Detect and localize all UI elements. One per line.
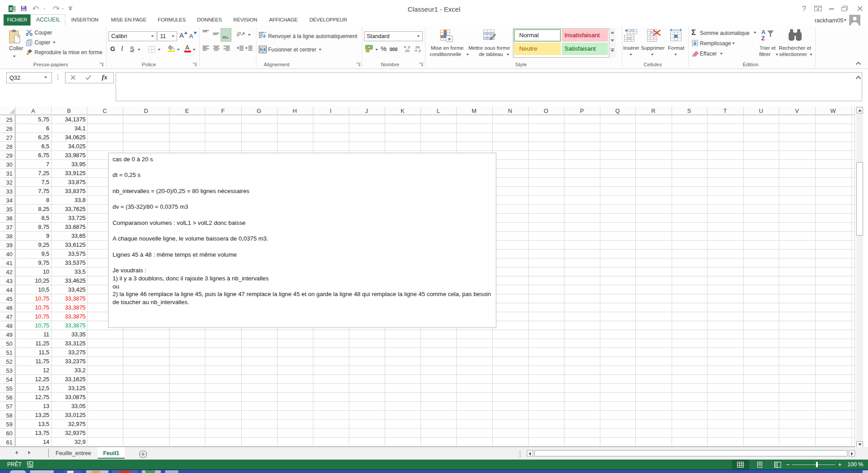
svg-text:,00: ,00 — [404, 49, 410, 52]
svg-text:X: X — [9, 7, 13, 12]
svg-text:≠: ≠ — [448, 36, 451, 42]
svg-text:A: A — [761, 29, 766, 35]
svg-text:ab: ab — [237, 30, 242, 37]
svg-text:,0: ,0 — [418, 49, 421, 52]
svg-text:Z: Z — [761, 35, 765, 42]
